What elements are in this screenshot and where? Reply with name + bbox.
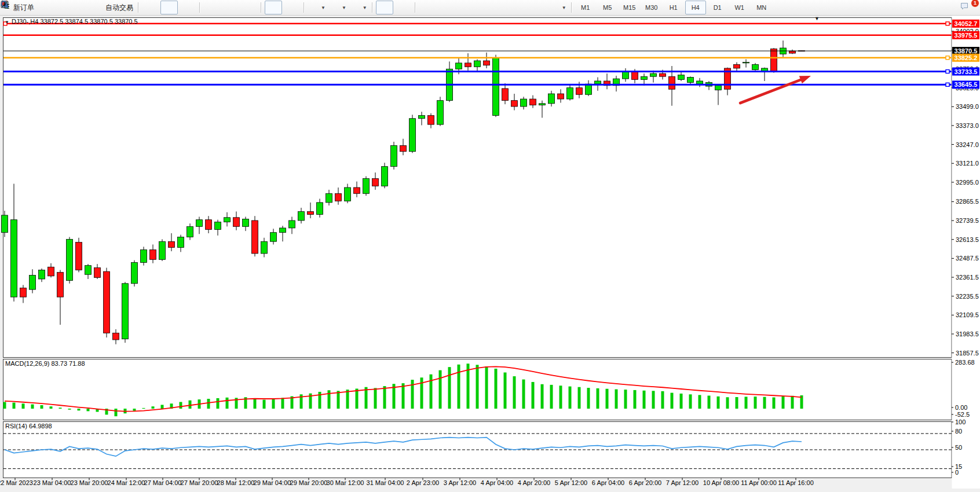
macd-indicator-label: MACD(12,26,9) 83.73 71.88 bbox=[5, 360, 85, 367]
zoom-in-button[interactable] bbox=[203, 1, 221, 14]
bear-candle bbox=[57, 272, 64, 297]
candlestick-chart-button[interactable] bbox=[160, 1, 178, 14]
signal-button[interactable] bbox=[74, 1, 92, 14]
equidistant-channel-icon: E bbox=[478, 3, 488, 12]
bull-candle bbox=[187, 226, 193, 237]
svg-text:0.00: 0.00 bbox=[955, 404, 967, 411]
svg-text:24 Mar 12:00: 24 Mar 12:00 bbox=[108, 479, 145, 486]
text-label-tool-button[interactable]: T bbox=[530, 1, 547, 14]
svg-text:100: 100 bbox=[955, 418, 966, 425]
toolbar-separator bbox=[415, 2, 416, 13]
timeframe-m30-button[interactable]: M30 bbox=[641, 1, 662, 14]
tile-windows-icon bbox=[244, 3, 254, 12]
search-button[interactable] bbox=[941, 1, 958, 14]
trendline-tool-button[interactable] bbox=[456, 1, 473, 14]
timeframe-mn-button[interactable]: MN bbox=[751, 1, 772, 14]
auto-scroll-button[interactable] bbox=[265, 1, 282, 14]
auto-scroll-icon bbox=[269, 3, 278, 12]
crosshair-tool-button[interactable] bbox=[394, 1, 412, 14]
timeframe-m1-button[interactable]: M1 bbox=[575, 1, 596, 14]
svg-text:3 Apr 12:00: 3 Apr 12:00 bbox=[444, 479, 476, 486]
bear-candle bbox=[372, 178, 379, 186]
fibonacci-tool-button[interactable]: F bbox=[493, 1, 510, 14]
svg-text:30 Mar 12:00: 30 Mar 12:00 bbox=[327, 479, 364, 486]
bear-candle bbox=[48, 267, 54, 276]
indicators-button[interactable]: ▼ bbox=[308, 1, 327, 14]
cursor-tool-button[interactable] bbox=[376, 1, 393, 14]
chevron-down-icon: ▼ bbox=[363, 5, 367, 10]
timeframe-h4-button[interactable]: H4 bbox=[685, 1, 706, 14]
bull-candle bbox=[215, 222, 221, 230]
vertical-line-icon bbox=[423, 3, 432, 12]
bear-candle bbox=[511, 101, 518, 107]
toolbar-separator bbox=[303, 2, 305, 13]
bull-candle bbox=[298, 211, 305, 221]
timeframe-w1-button[interactable]: W1 bbox=[729, 1, 750, 14]
bar-chart-icon bbox=[146, 3, 155, 12]
timeframe-m15-button[interactable]: M15 bbox=[619, 1, 640, 14]
bear-candle bbox=[76, 243, 82, 270]
chart-canvas[interactable]: 34002.033876.033750.033625.033499.033373… bbox=[0, 0, 980, 492]
chat-button[interactable]: 1 bbox=[959, 1, 977, 14]
timeframe-h1-button[interactable]: H1 bbox=[663, 1, 684, 14]
signal-icon bbox=[78, 3, 87, 12]
bull-candle bbox=[697, 81, 703, 84]
chart-menu-arrow-icon[interactable]: ▼ bbox=[814, 16, 820, 21]
bar-chart-button[interactable] bbox=[142, 1, 159, 14]
line-chart-icon bbox=[183, 3, 192, 12]
bear-candle bbox=[660, 74, 666, 76]
arrows-tool-icon bbox=[550, 3, 560, 12]
bull-candle bbox=[30, 276, 36, 290]
market-watch-gold-button[interactable] bbox=[37, 1, 54, 14]
svg-text:50: 50 bbox=[955, 444, 962, 451]
timeframe-m5-button[interactable]: M5 bbox=[597, 1, 618, 14]
indicators-icon bbox=[309, 3, 319, 12]
bull-candle bbox=[409, 119, 416, 152]
bull-candle bbox=[419, 116, 425, 119]
svg-text:4 Apr 20:00: 4 Apr 20:00 bbox=[518, 479, 550, 486]
arrows-tool-button[interactable]: ▼ bbox=[548, 1, 568, 14]
line-handle[interactable] bbox=[946, 22, 949, 25]
bull-candle bbox=[122, 284, 129, 339]
zoom-out-button[interactable] bbox=[222, 1, 239, 14]
bull-candle bbox=[11, 220, 17, 297]
chart-dropdown-icon[interactable]: ▼ bbox=[5, 20, 9, 25]
svg-text:6 Apr 04:00: 6 Apr 04:00 bbox=[592, 479, 624, 486]
svg-text:10 Apr 08:00: 10 Apr 08:00 bbox=[703, 479, 739, 486]
gold-icon bbox=[41, 3, 50, 12]
tile-windows-button[interactable] bbox=[240, 1, 258, 14]
chart-shift-button[interactable] bbox=[283, 1, 301, 14]
chevron-down-icon: ▼ bbox=[562, 5, 566, 10]
horizontal-line-tool-button[interactable] bbox=[437, 1, 455, 14]
equidistant-channel-tool-button[interactable]: E bbox=[474, 1, 492, 14]
svg-text:23 Mar 04:00: 23 Mar 04:00 bbox=[34, 479, 71, 486]
templates-icon bbox=[351, 3, 360, 12]
line-handle[interactable] bbox=[946, 70, 949, 74]
periods-button[interactable]: ▼ bbox=[328, 1, 348, 14]
svg-text:27 Mar 20:00: 27 Mar 20:00 bbox=[181, 479, 218, 486]
bull-candle bbox=[131, 263, 138, 284]
svg-text:4 Apr 04:00: 4 Apr 04:00 bbox=[481, 479, 513, 486]
profile-button[interactable] bbox=[56, 1, 73, 14]
line-chart-button[interactable] bbox=[179, 1, 196, 14]
svg-text:33975.5: 33975.5 bbox=[955, 32, 978, 39]
templates-button[interactable]: ▼ bbox=[349, 1, 369, 14]
svg-text:33373.0: 33373.0 bbox=[956, 122, 979, 129]
bear-candle bbox=[734, 64, 740, 68]
svg-text:33247.0: 33247.0 bbox=[956, 141, 979, 148]
vertical-line-tool-button[interactable] bbox=[419, 1, 436, 14]
bear-candle bbox=[400, 145, 407, 151]
bull-candle bbox=[196, 220, 203, 227]
text-tool-button[interactable]: A bbox=[511, 1, 529, 14]
line-handle[interactable] bbox=[946, 83, 949, 86]
auto-trading-button[interactable]: 自动交易 bbox=[93, 1, 135, 14]
bear-candle bbox=[530, 99, 536, 105]
autotrade-robot-icon bbox=[94, 3, 104, 12]
toolbar-separator bbox=[372, 2, 373, 13]
svg-text:32109.5: 32109.5 bbox=[956, 311, 979, 318]
timeframe-d1-button[interactable]: D1 bbox=[707, 1, 728, 14]
svg-text:2 Apr 23:00: 2 Apr 23:00 bbox=[407, 479, 439, 486]
horizontal-line-icon bbox=[441, 3, 451, 12]
svg-text:33121.0: 33121.0 bbox=[956, 160, 979, 167]
line-handle[interactable] bbox=[946, 56, 949, 60]
